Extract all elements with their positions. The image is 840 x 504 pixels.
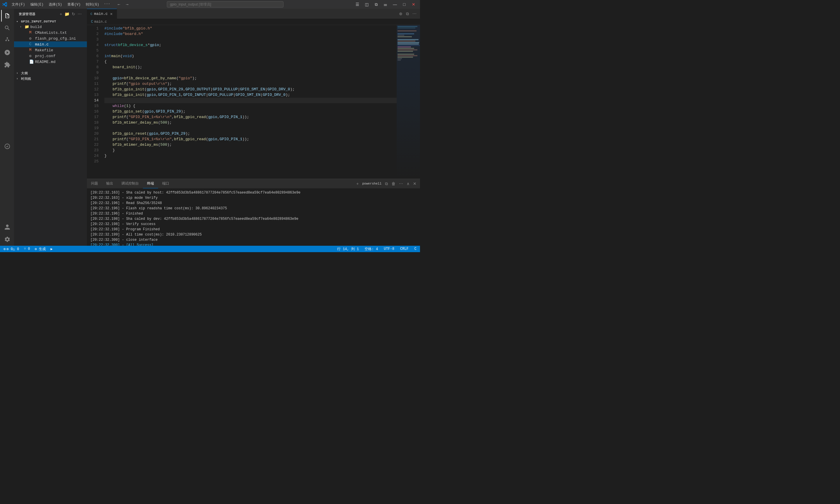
tree-item-makefile[interactable]: › M Makefile xyxy=(14,47,87,53)
menu-edit[interactable]: 编辑(E) xyxy=(28,1,46,7)
sidebar-header-icons: + 📁 ↻ ⋯ xyxy=(59,11,82,17)
tree-item-projconf[interactable]: › ⚙ proj.conf xyxy=(14,53,87,59)
activity-settings[interactable] xyxy=(1,233,13,245)
line-number-23: 23 xyxy=(87,147,99,153)
activity-extensions[interactable] xyxy=(1,59,13,71)
tree-item-mainc[interactable]: › C main.c xyxy=(14,41,87,47)
tree-item-build[interactable]: › 📁 build xyxy=(14,24,87,30)
terminal-line: [20:22:32.198] - Program Finished xyxy=(90,227,417,232)
terminal-line: [20:22:32.198] - Verify success xyxy=(90,221,417,227)
breadcrumb-mainc[interactable]: main.c xyxy=(94,20,107,24)
nav-buttons: ← → xyxy=(116,1,131,8)
language-label: C xyxy=(415,247,417,251)
menu-more[interactable]: ··· xyxy=(102,1,112,7)
minimize-btn[interactable]: ― xyxy=(391,0,399,8)
line-number-10: 10 xyxy=(87,75,99,81)
back-button[interactable]: ← xyxy=(116,1,122,8)
new-folder-btn[interactable]: 📁 xyxy=(64,11,70,17)
line-number-17: 17 xyxy=(87,114,99,120)
outline-section[interactable]: › 大纲 xyxy=(14,71,87,76)
branch-icon: ⑂ 0 xyxy=(24,247,30,251)
code-content[interactable]: #include "bflb_gpio.h" #include "board.h… xyxy=(102,25,397,179)
activity-source-control[interactable] xyxy=(1,34,13,46)
panel-tab-debug[interactable]: 调试控制台 xyxy=(117,179,143,188)
menu-goto[interactable]: 转到(G) xyxy=(83,1,102,7)
status-source-control[interactable]: ⑂ 0 xyxy=(23,247,31,251)
open-editors-btn[interactable]: ⊕ xyxy=(398,11,404,17)
line-number-9: 9 xyxy=(87,70,99,75)
layout-btn2[interactable]: ◫ xyxy=(363,0,371,8)
status-right: 行 14, 列 1 空格: 4 UTF-8 CRLF C xyxy=(336,247,418,252)
status-language[interactable]: C xyxy=(413,247,418,251)
forward-button[interactable]: → xyxy=(124,1,131,8)
line-number-14: 14 xyxy=(87,98,99,103)
panel-tab-ports[interactable]: 端口 xyxy=(158,179,173,188)
menu-file[interactable]: 文件(F) xyxy=(9,1,28,7)
new-terminal-btn[interactable]: + xyxy=(355,181,360,186)
tab-c-icon: C xyxy=(90,12,92,16)
line-number-11: 11 xyxy=(87,81,99,87)
activity-search[interactable] xyxy=(1,22,13,34)
split-terminal-btn[interactable]: ⧉ xyxy=(384,181,389,187)
status-play[interactable]: ▶ xyxy=(49,247,54,251)
activity-account[interactable] xyxy=(1,221,13,233)
status-position[interactable]: 行 14, 列 1 xyxy=(336,247,360,252)
code-line-20: bflb_gpio_reset(gpio, GPIO_PIN_29); xyxy=(104,131,397,137)
tree-item-readme[interactable]: › 📄 README.md xyxy=(14,59,87,65)
timeline-label: 时间线 xyxy=(21,77,31,81)
layout-btn3[interactable]: ⧉ xyxy=(372,0,380,8)
collapse-btn[interactable]: ⋯ xyxy=(77,11,82,17)
activity-files[interactable] xyxy=(1,10,13,22)
code-line-3 xyxy=(104,37,397,42)
panel-more-btn[interactable]: ⋯ xyxy=(398,181,404,186)
status-errors[interactable]: ⚙ ⚙ 0△ 0 xyxy=(2,247,20,251)
tree-item-ini[interactable]: › ⚙ flash_prog_cfg.ini xyxy=(14,36,87,41)
status-eol[interactable]: CRLF xyxy=(399,247,410,251)
tab-mainc[interactable]: C main.c ✕ xyxy=(87,9,117,19)
terminal-line: [20:22:32.196] - Flash xip readsha time … xyxy=(90,206,417,211)
tree-item-cmake[interactable]: › M CMakeLists.txt xyxy=(14,30,87,36)
line-number-25: 25 xyxy=(87,159,99,164)
panel-tab-problems[interactable]: 问题 xyxy=(87,179,102,188)
more-actions-btn[interactable]: ⋯ xyxy=(411,11,418,17)
tree-root-folder[interactable]: ▾ GPIO_INPUT_OUTPUT xyxy=(14,19,87,24)
maximize-btn[interactable]: □ xyxy=(400,0,408,8)
file-tree: ▾ GPIO_INPUT_OUTPUT › 📁 build › M CMakeL… xyxy=(14,19,87,246)
panel-close-btn[interactable]: ✕ xyxy=(412,181,418,186)
tab-close-btn[interactable]: ✕ xyxy=(109,11,113,17)
timeline-section[interactable]: › 时间线 xyxy=(14,76,87,82)
panel-tab-output[interactable]: 输出 xyxy=(102,179,117,188)
menu-bar: 文件(F) 编辑(E) 选择(S) 查看(V) 转到(G) ··· xyxy=(9,1,112,7)
makefile-label: Makefile xyxy=(35,48,87,52)
build-label: build xyxy=(30,25,87,29)
terminal-content[interactable]: [20:22:32.163] - Sha caled by host: 42ff… xyxy=(87,188,420,246)
layout-btn4[interactable]: ⚌ xyxy=(382,0,390,8)
status-spaces[interactable]: 空格: 4 xyxy=(363,247,379,252)
new-file-btn[interactable]: + xyxy=(59,11,63,17)
conf-icon: ⚙ xyxy=(29,54,34,58)
spaces-label: 空格: 4 xyxy=(365,247,378,252)
code-editor[interactable]: 1234567891011121314151617181920212223242… xyxy=(87,25,420,179)
line-number-16: 16 xyxy=(87,109,99,114)
no-arrow5: › xyxy=(24,55,29,58)
activity-run[interactable] xyxy=(1,47,13,58)
status-build[interactable]: ⚙ 生成 xyxy=(34,247,47,252)
activity-test[interactable] xyxy=(1,141,13,152)
refresh-btn[interactable]: ↻ xyxy=(71,11,76,17)
menu-select[interactable]: 选择(S) xyxy=(46,1,65,7)
kill-terminal-btn[interactable]: 🗑 xyxy=(390,181,397,186)
panel-collapse-btn[interactable]: ∧ xyxy=(405,181,411,186)
split-editor-btn[interactable]: ⧉ xyxy=(405,11,410,17)
makefile-icon: M xyxy=(29,48,34,52)
search-input[interactable] xyxy=(167,1,283,7)
menu-view[interactable]: 查看(V) xyxy=(65,1,83,7)
code-line-8: board_init(); xyxy=(104,65,397,70)
panel-tab-terminal[interactable]: 终端 xyxy=(143,179,158,188)
close-btn[interactable]: ✕ xyxy=(409,0,418,8)
layout-btn1[interactable]: ☰ xyxy=(353,0,362,8)
status-encoding[interactable]: UTF-8 xyxy=(383,247,396,251)
root-arrow: ▾ xyxy=(16,20,21,23)
vscode-icon xyxy=(2,2,7,7)
sidebar: 资源管理器 + 📁 ↻ ⋯ ▾ GPIO_INPUT_OUTPUT › 📁 bu… xyxy=(14,9,87,246)
line-number-12: 12 xyxy=(87,87,99,92)
